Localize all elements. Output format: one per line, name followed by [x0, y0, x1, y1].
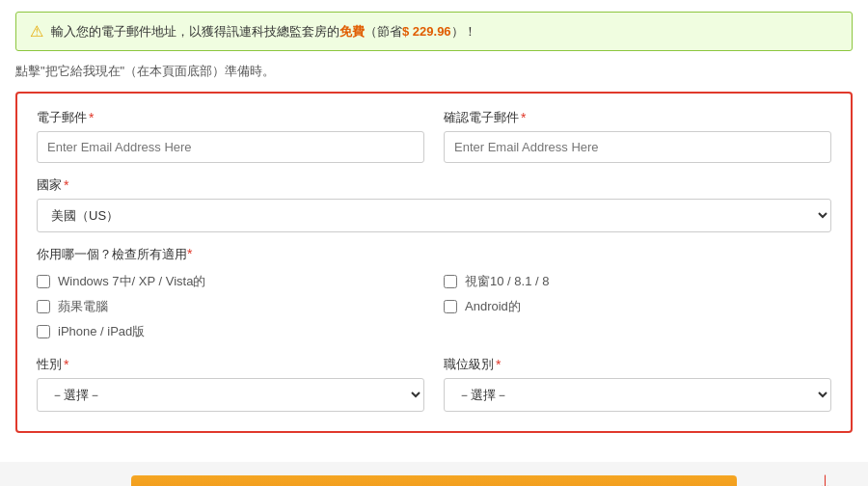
job-field: 職位級別* －選擇－ 學生 職員 管理層 其他	[444, 356, 831, 412]
which-required-star: *	[187, 246, 192, 261]
checkbox-win7-label: Windows 7中/ XP / Vista的	[58, 273, 205, 290]
checkbox-android: Android的	[444, 298, 831, 315]
confirm-required-star: *	[521, 110, 526, 125]
job-label: 職位級別*	[444, 356, 831, 373]
checkbox-android-label: Android的	[465, 298, 521, 315]
country-row: 國家* 美國（US） 台灣（TW） 中國（CN） 日本（JP）	[37, 176, 831, 232]
job-required-star: *	[496, 357, 501, 372]
checkbox-win7: Windows 7中/ XP / Vista的	[37, 273, 424, 290]
checkbox-iphone-label: iPhone / iPad版	[58, 323, 145, 340]
job-select[interactable]: －選擇－ 學生 職員 管理層 其他	[444, 378, 831, 412]
confirm-email-field-group: 確認電子郵件*	[444, 109, 831, 163]
email-row: 電子郵件* 確認電子郵件*	[37, 109, 831, 163]
checkbox-win10-input[interactable]	[444, 275, 457, 288]
confirm-email-label: 確認電子郵件*	[444, 109, 831, 126]
checkbox-section-label: 你用哪一個？檢查所有適用*	[37, 246, 831, 263]
bottom-row: 性別* －選擇－ 男 女 職位級別* －選擇－ 學生 職員 管理層 其他	[37, 356, 831, 412]
checkbox-iphone: iPhone / iPad版	[37, 323, 424, 340]
email-label: 電子郵件*	[37, 109, 424, 126]
checkbox-mac-input[interactable]	[37, 300, 50, 313]
country-label: 國家*	[37, 176, 831, 194]
form-box: 電子郵件* 確認電子郵件* 國家* 美國（US） 台灣（TW） 中國（CN） 日…	[15, 92, 853, 433]
checkbox-grid: Windows 7中/ XP / Vista的 視窗10 / 8.1 / 8 蘋…	[37, 273, 831, 340]
confirm-email-input[interactable]	[444, 131, 831, 163]
email-input[interactable]	[37, 131, 424, 163]
country-select[interactable]: 美國（US） 台灣（TW） 中國（CN） 日本（JP）	[37, 199, 831, 232]
submit-button[interactable]: » 現在把它給我	[131, 475, 736, 486]
checkbox-iphone-input[interactable]	[37, 325, 50, 338]
checkbox-mac-label: 蘋果電腦	[58, 298, 108, 315]
checkbox-win10: 視窗10 / 8.1 / 8	[444, 273, 831, 290]
gender-required-star: *	[64, 357, 68, 372]
sub-text: 點擊"把它給我現在"（在本頁面底部）準備時。	[15, 63, 853, 80]
warning-icon: ⚠	[30, 22, 43, 40]
submit-section: ↓ » 現在把它給我	[0, 462, 868, 486]
country-required-star: *	[64, 177, 68, 193]
checkbox-win7-input[interactable]	[37, 275, 50, 288]
alert-text: 輸入您的電子郵件地址，以獲得訊連科技總監套房的免費（節省$ 229.96）！	[51, 23, 476, 40]
gender-select[interactable]: －選擇－ 男 女	[37, 378, 424, 412]
required-star: *	[89, 110, 94, 125]
checkbox-win10-label: 視窗10 / 8.1 / 8	[465, 273, 549, 290]
checkbox-section: 你用哪一個？檢查所有適用* Windows 7中/ XP / Vista的 視窗…	[37, 246, 831, 340]
checkbox-android-input[interactable]	[444, 300, 457, 313]
alert-banner: ⚠ 輸入您的電子郵件地址，以獲得訊連科技總監套房的免費（節省$ 229.96）！	[15, 12, 853, 51]
gender-label: 性別*	[37, 356, 424, 373]
gender-field: 性別* －選擇－ 男 女	[37, 356, 424, 412]
email-field-group: 電子郵件*	[37, 109, 424, 163]
checkbox-mac: 蘋果電腦	[37, 298, 424, 315]
